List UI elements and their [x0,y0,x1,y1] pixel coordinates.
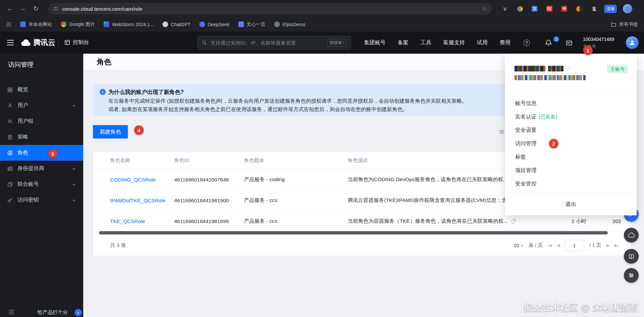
nav-link-trial[interactable]: 试用 [477,39,488,46]
webstorm-favicon [104,21,109,27]
bookmark-item[interactable]: WebStorm 2024.1... [104,21,154,27]
bell-icon[interactable] [545,32,552,54]
help-icon[interactable]: ? [524,32,530,54]
role-name-link[interactable]: IPAMDofTKE_QCSRole [110,198,174,204]
arc-extension-icon[interactable] [515,4,524,13]
sidebar-item-roles[interactable]: 角色 [0,145,83,161]
menu-item-security-settings[interactable]: 安全设置 [505,123,637,137]
table-settings-icon[interactable] [499,129,505,135]
hamburger-menu-icon[interactable] [7,39,14,46]
sidebar-title: 访问管理 [0,54,83,74]
red-extension-icon[interactable]: 书 [560,4,568,13]
bookmark-item[interactable]: ElpisDemo [274,21,305,27]
verified-label: (已实名) [539,114,557,119]
first-page-button[interactable]: |◀ [548,243,551,248]
console-icon [64,40,70,45]
back-icon[interactable]: ← [5,4,14,13]
wenxin-favicon [238,21,244,27]
cloud-assistant-float-button[interactable] [624,228,639,243]
puzzle-extensions-icon[interactable] [589,4,598,13]
nav-link-icp[interactable]: 备案 [398,39,408,46]
darkreader-extension-icon[interactable] [575,4,583,13]
bookmark-item[interactable]: DeepSeek [199,21,230,27]
apps-grid-icon[interactable] [6,22,11,27]
current-page-input[interactable]: 1 [565,240,584,251]
sidebar-item-identity-providers[interactable]: 身份提供商 [0,161,83,176]
all-bookmarks[interactable]: 所有书签 [611,21,638,28]
banner-title: 为什么我的账户出现了新角色? [108,89,184,96]
copy-icon[interactable] [566,66,571,71]
fe-extension-icon[interactable]: FE [545,4,554,13]
menu-item-account-info[interactable]: 账号信息 [505,97,637,110]
account-avatar[interactable] [626,36,639,49]
menu-item-access-management[interactable]: 访问管理 [505,137,637,150]
sidebar-item-users[interactable]: 用户 [0,98,83,113]
usergroup-icon [7,119,13,124]
forward-icon[interactable]: → [18,4,27,13]
role-name-link[interactable]: CODING_QCSRole [110,177,174,183]
banner-line1: 在云服务中完成特定操作 (如授权创建服务角色)时，云服务会向用户发送创建服务角色… [108,98,467,105]
sidebar-item-overview[interactable]: 概览 [0,82,83,98]
menu-item-project-management[interactable]: 项目管理 [505,164,637,177]
role-icon [7,150,13,156]
menu-item-security-control[interactable]: 安全管控 [505,177,637,191]
rate-product-link[interactable]: 给产品打个分 [38,309,68,316]
shortcut-kbd: 快捷键 / [327,39,347,47]
bookmark-item[interactable]: 文心一言 [238,21,265,28]
dropdown-menu: 账号信息 实名认证(已实名) 安全设置 访问管理 标签 项目管理 安全管控 [505,97,637,191]
browser-toolbar: ← → ↻ console.cloud.tencent.com/cam/role… [0,0,644,17]
nav-link-group-account[interactable]: 集团账号 [364,39,386,46]
masked-account-detail [514,75,586,80]
bookmark-star-icon[interactable]: ☆ [482,5,487,12]
next-page-button[interactable]: ▶ [606,243,609,248]
bookmark-item[interactable]: 未命名网站 [20,21,52,28]
divider [505,93,637,94]
page-size-select[interactable]: 10∨ [513,243,524,248]
browser-profile-avatar[interactable] [623,4,632,13]
sidebar-item-access-keys[interactable]: 访问密钥 [0,192,83,208]
bookmark-favicon [20,21,26,27]
translate-extension-icon[interactable]: 文 [530,4,539,13]
tencent-cloud-logo[interactable]: 腾讯云 [20,38,55,48]
nav-link-support[interactable]: 客服支持 [443,39,465,46]
bookmark-item[interactable]: Google 图片 [61,21,95,28]
user-icon [7,103,13,108]
address-bar[interactable]: console.cloud.tencent.com/cam/role ☆ [48,3,492,14]
search-input[interactable] [210,40,324,46]
console-link[interactable]: 控制台 [64,39,89,46]
nav-link-tools[interactable]: 工具 [420,39,431,46]
extension-badge[interactable]: 流海 [604,5,617,13]
bookmark-item[interactable]: ChatGPT [162,21,190,27]
workorder-icon[interactable] [566,32,573,54]
console-topnav: 腾讯云 控制台 快捷键 / 集团账号 备案 工具 客服支持 试用 费用 ? 2 [0,32,644,54]
horizontal-scrollbar[interactable] [99,231,608,234]
collapse-sidebar-icon[interactable] [9,310,14,315]
deepseek-favicon [199,21,205,27]
sidebar-item-federated-accounts[interactable]: 联合账号 [0,176,83,192]
cloud-logo-icon [20,39,31,46]
rate-icon[interactable]: › [75,309,82,316]
docs-float-button[interactable] [624,249,639,264]
site-settings-icon[interactable] [53,6,58,11]
prev-page-button[interactable]: ◀ [557,243,560,248]
nav-link-billing[interactable]: 费用 [500,39,510,46]
global-search[interactable]: 快捷键 / [197,36,351,49]
last-page-button[interactable]: ▶| [614,243,618,248]
watermark: 掘金技术社区 @ 末将唐流雨 [524,302,638,314]
menu-item-realname-auth[interactable]: 实名认证(已实名) [505,110,637,123]
role-name-link[interactable]: TKE_QCSRole [110,218,174,224]
role-id: 4611686018441981900 [174,198,244,204]
settings-float-button[interactable] [624,268,639,283]
role-id: 4611686018441981899 [174,218,244,224]
annotation-step-2: 2 [549,139,558,148]
sidebar-item-usergroups[interactable]: 用户组 [0,113,83,129]
column-header: 角色名称 [110,157,174,164]
v-extension-icon[interactable]: V [501,4,509,13]
refresh-icon[interactable]: ↻ [32,4,41,13]
annotation-step-4: 4 [134,125,144,135]
logout-button[interactable]: 退出 [505,193,637,215]
create-role-button[interactable]: 新建角色 [93,125,128,139]
sidebar-item-policies[interactable]: 策略 [0,129,83,145]
menu-item-tags[interactable]: 标签 [505,150,637,164]
nav-links: 集团账号 备案 工具 客服支持 试用 费用 [364,32,510,54]
